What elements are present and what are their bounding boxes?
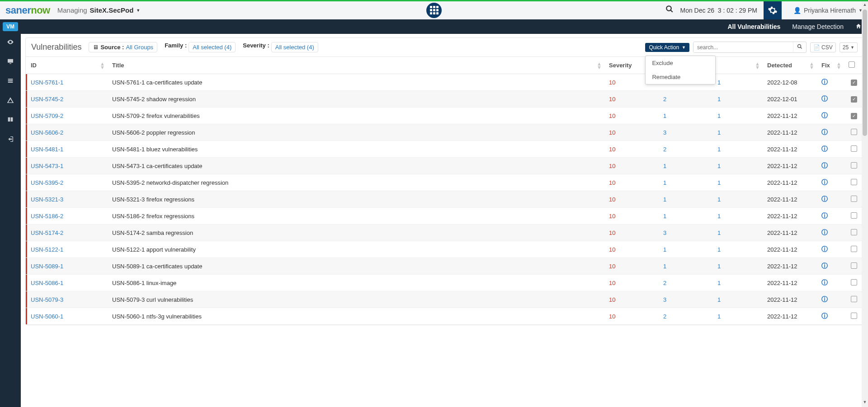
vm-badge[interactable]: VM <box>3 22 18 31</box>
col-title[interactable]: Title▲▼ <box>108 57 605 74</box>
assets-link[interactable]: 1 <box>663 163 666 169</box>
vuln-id-link[interactable]: USN-5122-1 <box>31 246 63 253</box>
hosts-link[interactable]: 1 <box>717 179 721 186</box>
scroll-up-icon[interactable]: ▲ <box>862 2 868 9</box>
hosts-link[interactable]: 1 <box>717 313 721 320</box>
apps-button[interactable] <box>426 3 442 18</box>
row-checkbox[interactable] <box>851 162 857 168</box>
info-icon[interactable]: ⓘ <box>821 262 828 269</box>
logo[interactable]: sanernow <box>0 5 54 16</box>
info-icon[interactable]: ⓘ <box>821 195 828 202</box>
assets-link[interactable]: 2 <box>663 280 666 286</box>
alert-icon[interactable] <box>7 97 14 105</box>
nav-all-vulnerabilities[interactable]: All Vulnerabilities <box>727 23 780 30</box>
vuln-id-link[interactable]: USN-5761-1 <box>31 79 63 86</box>
page-size-dropdown[interactable]: 25 ▼ <box>840 42 858 52</box>
nav-manage-detection[interactable]: Manage Detection <box>792 23 844 30</box>
settings-button[interactable] <box>764 1 782 19</box>
row-checkbox[interactable] <box>851 262 857 269</box>
row-checkbox[interactable] <box>851 279 857 285</box>
info-icon[interactable]: ⓘ <box>821 279 828 286</box>
severity-filter[interactable]: Severity : All selected (4) <box>243 42 318 52</box>
vuln-id-link[interactable]: USN-5606-2 <box>31 129 63 136</box>
row-checkbox[interactable]: ✓ <box>851 80 857 86</box>
assets-link[interactable]: 2 <box>663 96 666 103</box>
vuln-id-link[interactable]: USN-5174-2 <box>31 229 63 236</box>
hosts-link[interactable]: 1 <box>717 196 721 203</box>
vuln-id-link[interactable]: USN-5481-1 <box>31 146 63 153</box>
info-icon[interactable]: ⓘ <box>821 162 828 169</box>
assets-link[interactable]: 1 <box>663 196 666 203</box>
scrollbar-thumb[interactable] <box>863 9 867 136</box>
col-detected[interactable]: Detected▲▼ <box>764 57 818 74</box>
vuln-id-link[interactable]: USN-5089-1 <box>31 263 63 270</box>
assets-link[interactable]: 3 <box>663 229 666 236</box>
vuln-id-link[interactable]: USN-5473-1 <box>31 163 63 169</box>
hosts-link[interactable]: 1 <box>717 229 721 236</box>
monitor-icon[interactable] <box>7 58 14 66</box>
info-icon[interactable]: ⓘ <box>821 212 828 219</box>
qa-remediate[interactable]: Remediate <box>646 70 715 84</box>
info-icon[interactable]: ⓘ <box>821 295 828 303</box>
info-icon[interactable]: ⓘ <box>821 95 828 102</box>
vuln-id-link[interactable]: USN-5709-2 <box>31 112 63 119</box>
logout-icon[interactable] <box>7 136 14 144</box>
row-checkbox[interactable] <box>851 129 857 135</box>
hosts-link[interactable]: 1 <box>717 129 721 136</box>
vuln-id-link[interactable]: USN-5086-1 <box>31 280 63 286</box>
row-checkbox[interactable] <box>851 313 857 319</box>
assets-link[interactable]: 2 <box>663 313 666 320</box>
row-checkbox[interactable] <box>851 212 857 219</box>
info-icon[interactable]: ⓘ <box>821 112 828 119</box>
scrollbar[interactable]: ▲ ▼ <box>862 1 868 407</box>
global-search-icon[interactable] <box>665 5 674 15</box>
info-icon[interactable]: ⓘ <box>821 312 828 319</box>
row-checkbox[interactable] <box>851 179 857 185</box>
select-all-checkbox[interactable] <box>849 61 855 68</box>
info-icon[interactable]: ⓘ <box>821 78 828 85</box>
book-icon[interactable] <box>7 116 14 125</box>
vuln-id-link[interactable]: USN-5186-2 <box>31 213 63 220</box>
hosts-link[interactable]: 1 <box>717 213 721 220</box>
assets-link[interactable]: 1 <box>663 112 666 119</box>
info-icon[interactable]: ⓘ <box>821 178 828 186</box>
qa-exclude[interactable]: Exclude <box>646 56 715 70</box>
hosts-link[interactable]: 1 <box>717 263 721 270</box>
search-input[interactable] <box>693 42 793 52</box>
vuln-id-link[interactable]: USN-5079-3 <box>31 296 63 303</box>
hosts-link[interactable]: 1 <box>717 96 721 103</box>
hosts-link[interactable]: 1 <box>717 112 721 119</box>
hosts-link[interactable]: 1 <box>717 246 721 253</box>
assets-link[interactable]: 3 <box>663 129 666 136</box>
vuln-id-link[interactable]: USN-5745-2 <box>31 96 63 103</box>
quick-action-button[interactable]: Quick Action ▼ <box>645 43 689 52</box>
assets-link[interactable]: 1 <box>663 246 666 253</box>
info-icon[interactable]: ⓘ <box>821 128 828 136</box>
info-icon[interactable]: ⓘ <box>821 145 828 152</box>
scroll-down-icon[interactable]: ▼ <box>862 400 868 406</box>
user-dropdown[interactable]: 👤 Priyanka Hiremath ▼ <box>788 7 868 14</box>
assets-link[interactable]: 1 <box>663 179 666 186</box>
family-filter[interactable]: Family : All selected (4) <box>165 42 236 52</box>
assets-link[interactable]: 1 <box>663 213 666 220</box>
vuln-id-link[interactable]: USN-5321-3 <box>31 196 63 203</box>
site-dropdown[interactable]: SiteX.SecPod ▼ <box>90 6 141 14</box>
col-fix[interactable]: Fix▲▼ <box>818 57 845 74</box>
row-checkbox[interactable] <box>851 229 857 235</box>
hosts-link[interactable]: 1 <box>717 280 721 286</box>
col-hosts[interactable]: ▲▼ <box>714 57 764 74</box>
hosts-link[interactable]: 1 <box>717 79 721 86</box>
vuln-id-link[interactable]: USN-5060-1 <box>31 313 63 320</box>
info-icon[interactable]: ⓘ <box>821 245 828 253</box>
home-icon[interactable] <box>855 23 862 31</box>
hosts-link[interactable]: 1 <box>717 146 721 153</box>
info-icon[interactable]: ⓘ <box>821 229 828 236</box>
search-icon[interactable] <box>793 42 806 52</box>
row-checkbox[interactable] <box>851 246 857 252</box>
assets-link[interactable]: 2 <box>663 146 666 153</box>
row-checkbox[interactable]: ✓ <box>851 113 857 119</box>
hosts-link[interactable]: 1 <box>717 296 721 303</box>
col-id[interactable]: ID▲▼ <box>27 57 108 74</box>
hosts-link[interactable]: 1 <box>717 163 721 169</box>
row-checkbox[interactable] <box>851 296 857 302</box>
